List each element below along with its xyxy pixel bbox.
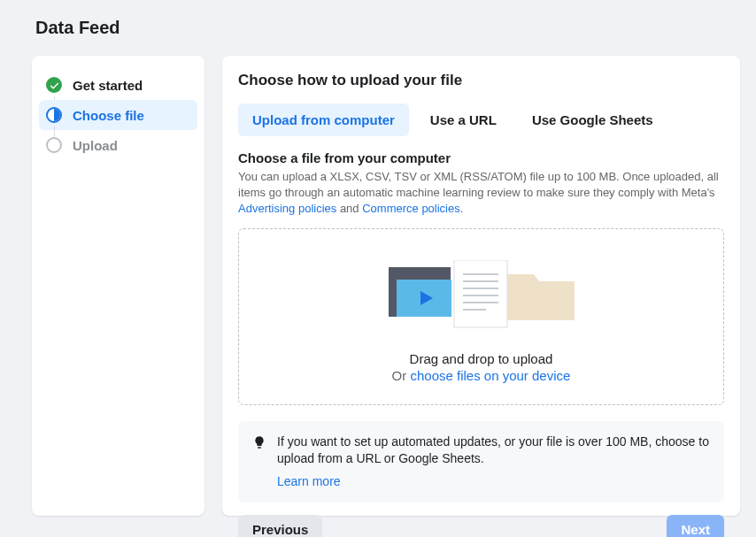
step-label: Upload xyxy=(73,138,118,153)
section-description: You can upload a XLSX, CSV, TSV or XML (… xyxy=(238,169,724,218)
dropzone-text: Drag and drop to upload xyxy=(257,351,706,366)
step-sidebar: Get started Choose file Upload xyxy=(32,56,204,516)
tab-use-url[interactable]: Use a URL xyxy=(416,104,511,136)
main-panel: Choose how to upload your file Upload fr… xyxy=(222,56,740,516)
dropzone-subtext: Or choose files on your device xyxy=(257,368,706,383)
previous-button[interactable]: Previous xyxy=(238,515,322,537)
tab-upload-from-computer[interactable]: Upload from computer xyxy=(238,104,409,136)
lightbulb-icon xyxy=(252,435,266,449)
step-label: Choose file xyxy=(73,108,144,123)
check-icon xyxy=(46,77,62,93)
info-box: If you want to set up automated updates,… xyxy=(238,421,724,503)
next-button[interactable]: Next xyxy=(667,515,724,537)
step-label: Get started xyxy=(73,78,143,93)
file-dropzone[interactable]: Drag and drop to upload Or choose files … xyxy=(238,228,724,405)
tab-use-google-sheets[interactable]: Use Google Sheets xyxy=(518,104,667,136)
step-get-started[interactable]: Get started xyxy=(39,70,197,100)
svg-rect-3 xyxy=(454,260,507,327)
advertising-policies-link[interactable]: Advertising policies xyxy=(238,202,336,215)
choose-files-link[interactable]: choose files on your device xyxy=(410,368,570,383)
half-circle-icon xyxy=(46,107,62,123)
upload-method-tabs: Upload from computer Use a URL Use Googl… xyxy=(238,104,724,136)
commerce-policies-link[interactable]: Commerce policies xyxy=(362,202,460,215)
step-choose-file[interactable]: Choose file xyxy=(39,100,197,130)
circle-icon xyxy=(46,137,62,153)
step-upload[interactable]: Upload xyxy=(39,130,197,160)
panel-title: Choose how to upload your file xyxy=(238,72,724,89)
footer-actions: Previous Next xyxy=(238,515,724,537)
info-content: If you want to set up automated updates,… xyxy=(277,433,710,491)
page-title: Data Feed xyxy=(0,0,756,38)
upload-illustration xyxy=(257,256,706,335)
section-title: Choose a file from your computer xyxy=(238,150,724,165)
learn-more-link[interactable]: Learn more xyxy=(277,473,341,491)
